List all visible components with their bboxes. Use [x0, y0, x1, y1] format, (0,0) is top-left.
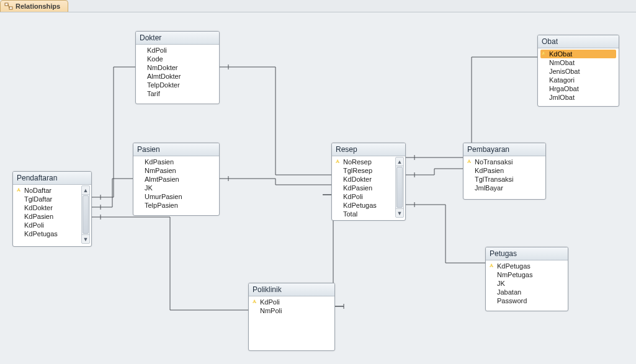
field-kdpetugas[interactable]: KdPetugas [334, 201, 393, 210]
table-title[interactable]: Dokter [136, 32, 219, 45]
tab-label: Relationships [16, 2, 60, 10]
field-kdpoli[interactable]: KdPoli [251, 298, 332, 306]
field-jk[interactable]: JK [136, 184, 217, 192]
scroll-thumb[interactable] [396, 167, 403, 208]
field-kddokter[interactable]: KdDokter [334, 175, 393, 184]
scroll-up-icon[interactable]: ▲ [396, 158, 403, 166]
field-nmpasien[interactable]: NmPasien [136, 166, 217, 175]
field-kdpoli[interactable]: KdPoli [16, 221, 79, 229]
field-hrgaobat[interactable]: HrgaObat [540, 84, 616, 93]
field-tarif[interactable]: Tarif [138, 89, 217, 98]
field-password[interactable]: Password [488, 296, 565, 305]
field-nodaftar[interactable]: NoDaftar [16, 186, 79, 195]
field-telpdokter[interactable]: TelpDokter [138, 81, 217, 89]
field-list: NoDaftarTglDaftarKdDokterKdPasienKdPoliK… [13, 185, 91, 241]
field-nmpoli[interactable]: NmPoli [251, 306, 332, 315]
table-title[interactable]: Poliklinik [249, 283, 334, 296]
field-nmpetugas[interactable]: NmPetugas [488, 270, 565, 279]
field-kdpasien[interactable]: KdPasien [334, 184, 393, 192]
field-jmlbayar[interactable]: JmlBayar [466, 184, 543, 192]
field-kdpetugas[interactable]: KdPetugas [16, 229, 79, 238]
field-telppasien[interactable]: TelpPasien [136, 201, 217, 210]
field-total[interactable]: Total [334, 210, 393, 218]
field-nmdokter[interactable]: NmDokter [138, 63, 217, 72]
field-kdpoli[interactable]: KdPoli [138, 46, 217, 55]
field-notransaksi[interactable]: NoTransaksi [466, 158, 543, 166]
table-resep[interactable]: ResepNoResepTglResepKdDokterKdPasienKdPo… [331, 143, 406, 221]
field-kddokter[interactable]: KdDokter [16, 203, 79, 212]
field-list: KdObatNmObatJenisObatKatagoriHrgaObatJml… [538, 48, 619, 104]
table-pendaftaran[interactable]: PendaftaranNoDaftarTglDaftarKdDokterKdPa… [12, 171, 92, 247]
field-tgltransaksi[interactable]: TglTransaksi [466, 175, 543, 184]
scroll-down-icon[interactable]: ▼ [396, 208, 403, 217]
scroll-thumb[interactable] [83, 195, 89, 234]
field-list: KdPoliNmPoli [249, 296, 334, 317]
svg-rect-1 [9, 7, 12, 9]
table-title[interactable]: Resep [332, 143, 405, 156]
table-title[interactable]: Pasien [133, 143, 219, 156]
field-jabatan[interactable]: Jabatan [488, 288, 565, 296]
field-noresep[interactable]: NoResep [334, 158, 393, 166]
field-list: NoTransaksiKdPasienTglTransaksiJmlBayar [464, 156, 545, 195]
relationships-icon [4, 2, 13, 11]
svg-line-2 [8, 4, 9, 8]
field-kdobat[interactable]: KdObat [540, 50, 616, 58]
field-list: KdPetugasNmPetugasJKJabatanPassword [486, 260, 568, 308]
table-petugas[interactable]: PetugasKdPetugasNmPetugasJKJabatanPasswo… [485, 247, 568, 311]
table-poliklinik[interactable]: PoliklinikKdPoliNmPoli [248, 283, 335, 351]
field-almtdokter[interactable]: AlmtDokter [138, 72, 217, 81]
field-list: KdPoliKodeNmDokterAlmtDokterTelpDokterTa… [136, 45, 219, 100]
field-jk[interactable]: JK [488, 279, 565, 288]
table-title[interactable]: Petugas [486, 247, 568, 260]
relationships-canvas[interactable]: PendaftaranNoDaftarTglDaftarKdDokterKdPa… [0, 12, 636, 364]
table-title[interactable]: Pendaftaran [13, 172, 91, 185]
field-kdpasien[interactable]: KdPasien [136, 158, 217, 166]
table-obat[interactable]: ObatKdObatNmObatJenisObatKatagoriHrgaOba… [537, 35, 619, 107]
field-kdpoli[interactable]: KdPoli [334, 192, 393, 201]
field-jmlobat[interactable]: JmlObat [540, 93, 616, 102]
field-kode[interactable]: Kode [138, 55, 217, 63]
field-kdpasien[interactable]: KdPasien [16, 212, 79, 221]
table-pembayaran[interactable]: PembayaranNoTransaksiKdPasienTglTransaks… [463, 143, 546, 200]
field-umurpasien[interactable]: UmurPasien [136, 192, 217, 201]
field-nmobat[interactable]: NmObat [540, 58, 616, 67]
tab-relationships[interactable]: Relationships [0, 0, 68, 12]
scrollbar[interactable]: ▲▼ [81, 185, 90, 244]
svg-rect-0 [5, 3, 8, 6]
field-list: NoResepTglResepKdDokterKdPasienKdPoliKdP… [332, 156, 405, 221]
field-katagori[interactable]: Katagori [540, 76, 616, 84]
table-dokter[interactable]: DokterKdPoliKodeNmDokterAlmtDokterTelpDo… [135, 31, 220, 104]
scroll-down-icon[interactable]: ▼ [82, 234, 89, 243]
table-pasien[interactable]: PasienKdPasienNmPasienAlmtPasienJKUmurPa… [133, 143, 220, 216]
field-tgldaftar[interactable]: TglDaftar [16, 195, 79, 203]
field-kdpasien[interactable]: KdPasien [466, 166, 543, 175]
field-list: KdPasienNmPasienAlmtPasienJKUmurPasienTe… [133, 156, 219, 212]
field-jenisobat[interactable]: JenisObat [540, 67, 616, 76]
scroll-up-icon[interactable]: ▲ [82, 186, 89, 195]
scrollbar[interactable]: ▲▼ [395, 157, 404, 218]
table-title[interactable]: Obat [538, 35, 619, 48]
field-almtpasien[interactable]: AlmtPasien [136, 175, 217, 184]
table-title[interactable]: Pembayaran [464, 143, 545, 156]
field-tglresep[interactable]: TglResep [334, 166, 393, 175]
field-kdpetugas[interactable]: KdPetugas [488, 262, 565, 270]
